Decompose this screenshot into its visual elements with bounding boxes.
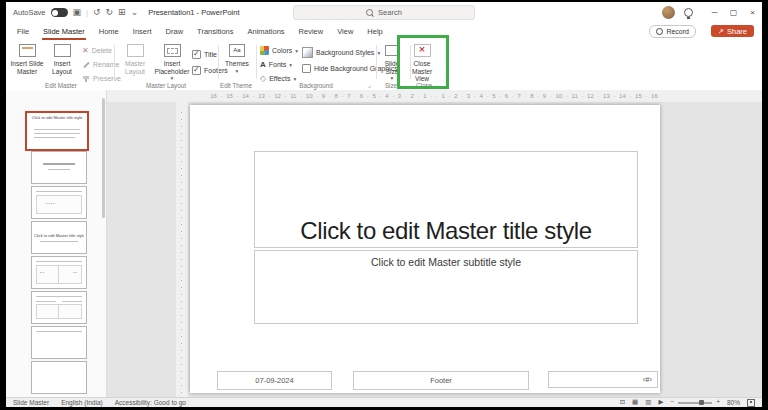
footer-text: Footer	[430, 376, 452, 385]
titlebar-right: ─ ▢ ×	[662, 2, 762, 23]
master-layout-group-label: Master Layout	[116, 82, 216, 89]
slide-thumbnail-blank[interactable]	[31, 361, 87, 394]
dialog-launcher-icon[interactable]: ⌟	[368, 81, 371, 88]
fonts-icon: A	[260, 61, 266, 69]
themes-button[interactable]: Aa Themes ▾	[222, 43, 252, 84]
status-bar: Slide Master English (India) Accessibili…	[6, 397, 762, 407]
tab-insert[interactable]: Insert	[126, 23, 159, 40]
autosave-toggle[interactable]	[51, 8, 68, 17]
master-layout-button[interactable]: Master Layout	[118, 43, 152, 84]
tab-draw[interactable]: Draw	[159, 23, 191, 40]
slide-number-placeholder[interactable]: ‹#›	[548, 371, 658, 388]
slide-thumbnail-section-header[interactable]: Click to edit Master title style	[31, 221, 87, 254]
fonts-button[interactable]: A Fonts ▾	[260, 58, 292, 71]
colors-button[interactable]: Colors ▾	[260, 44, 298, 57]
reading-view-icon[interactable]: ▥	[645, 399, 651, 406]
edit-theme-group-label: Edit Theme	[218, 82, 254, 89]
record-icon	[656, 28, 663, 35]
zoom-out-icon[interactable]: −	[670, 399, 674, 406]
language-indicator[interactable]: English (India)	[61, 399, 103, 406]
insert-layout-label: Insert Layout	[46, 60, 78, 75]
date-placeholder[interactable]: 07-09-2024	[217, 371, 332, 390]
record-button[interactable]: Record	[649, 25, 696, 38]
tab-review[interactable]: Review	[292, 23, 331, 40]
slide-thumbnail-panel: Click to edit Master title style ▪▪▪▪ Cl…	[6, 90, 107, 398]
insert-layout-icon	[54, 44, 71, 57]
separator: |	[86, 8, 88, 17]
tab-slide-master[interactable]: Slide Master	[36, 23, 92, 40]
delete-button[interactable]: ✕ Delete	[82, 44, 112, 57]
customize-toolbar-chevron-icon[interactable]: ⌄	[131, 8, 139, 17]
date-text: 07-09-2024	[255, 376, 293, 385]
screen: { "titlebar": { "autosave_label": "AutoS…	[0, 0, 768, 410]
user-avatar[interactable]	[662, 6, 675, 19]
master-layout-icon	[127, 44, 144, 57]
redo-icon[interactable]: ↻	[106, 8, 114, 17]
zoom-slider[interactable]	[678, 402, 712, 404]
chevron-down-icon: ▾	[289, 62, 292, 68]
slide-thumbnail-master[interactable]: Click to edit Master title style	[25, 111, 89, 151]
thumbnail-scrollbar[interactable]	[102, 98, 105, 218]
save-icon[interactable]: ▣	[73, 8, 82, 17]
colors-label: Colors	[272, 47, 292, 54]
tab-animations[interactable]: Animations	[240, 23, 291, 40]
zoom-slider-knob[interactable]	[699, 400, 704, 405]
search-icon	[366, 9, 373, 16]
slide-size-label: Slide Size	[378, 60, 406, 75]
tab-view[interactable]: View	[330, 23, 360, 40]
close-master-view-icon	[414, 44, 431, 57]
ruler-numbers: 16 · 15 · 14 · 13 · 12 · 11 · 10 · 9 · 8…	[106, 93, 762, 99]
insert-slide-master-label: Insert Slide Master	[10, 60, 44, 75]
slide-thumbnail-comparison[interactable]	[31, 291, 87, 324]
record-label: Record	[666, 28, 689, 35]
autosave-label: AutoSave	[13, 8, 46, 17]
share-button[interactable]: ↗ Share	[711, 25, 754, 37]
slide-thumbnail-title-only[interactable]	[31, 326, 87, 359]
insert-placeholder-button[interactable]: Insert Placeholder ▾	[154, 43, 190, 84]
share-icon: ↗	[718, 27, 724, 36]
title-placeholder[interactable]: Click to edit Master title style	[254, 151, 638, 248]
preserve-label: Preserve	[93, 75, 121, 82]
workspace: 16 · 15 · 14 · 13 · 12 · 11 · 10 · 9 · 8…	[6, 90, 762, 398]
document-title: Presentation1 - PowerPoint	[148, 8, 239, 17]
slide-sorter-icon[interactable]: ▦	[632, 399, 638, 406]
ribbon: Insert Slide Master Insert Layout ✕ Dele…	[6, 40, 762, 91]
subtitle-placeholder[interactable]: Click to edit Master subtitle style	[254, 250, 638, 324]
close-button[interactable]: ×	[743, 2, 762, 23]
undo-icon[interactable]: ↺	[93, 8, 101, 17]
zoom-percent[interactable]: 80%	[727, 399, 740, 406]
maximize-button[interactable]: ▢	[724, 2, 743, 23]
tab-transitions[interactable]: Transitions	[190, 23, 240, 40]
insert-slide-master-button[interactable]: Insert Slide Master	[10, 43, 44, 84]
chevron-down-icon: ▾	[236, 68, 239, 74]
tab-home[interactable]: Home	[92, 23, 126, 40]
slide-thumbnail-two-content[interactable]: ▪▪ ▪▪	[31, 256, 87, 289]
accessibility-status[interactable]: Accessibility: Good to go	[115, 399, 186, 406]
minimize-button[interactable]: ─	[705, 2, 724, 23]
zoom-in-icon[interactable]: +	[716, 399, 720, 406]
footer-placeholder[interactable]: Footer	[353, 371, 529, 390]
close-master-view-button[interactable]: Close Master View	[406, 43, 438, 84]
slide-thumbnail-layout-2[interactable]: ▪▪▪▪	[31, 186, 87, 219]
slide-thumbnail-title-layout[interactable]	[31, 151, 87, 184]
normal-view-icon[interactable]: ⊡	[620, 399, 625, 406]
tab-file[interactable]: File	[10, 23, 36, 40]
insert-placeholder-label: Insert Placeholder	[154, 60, 190, 75]
close-group-label: Close	[406, 82, 442, 89]
footers-checkbox-box	[192, 66, 201, 75]
tab-help[interactable]: Help	[360, 23, 389, 40]
fit-slide-to-window-icon[interactable]	[747, 399, 755, 407]
title-placeholder-text: Click to edit Master title style	[300, 217, 591, 247]
slide-canvas[interactable]: Click to edit Master title style Click t…	[190, 105, 660, 393]
lightbulb-icon[interactable]	[684, 8, 693, 17]
delete-label: Delete	[92, 47, 112, 54]
background-styles-button[interactable]: Background Styles ▾	[302, 46, 380, 59]
subtitle-placeholder-text: Click to edit Master subtitle style	[371, 256, 521, 268]
slide-size-button[interactable]: Slide Size ▾	[378, 43, 406, 84]
close-master-view-label: Close Master View	[406, 60, 438, 83]
insert-layout-button[interactable]: Insert Layout	[46, 43, 78, 84]
grid-icon[interactable]: ⊞	[118, 8, 126, 17]
search-input[interactable]: Search	[293, 5, 475, 20]
title-checkbox[interactable]: Title	[192, 48, 217, 61]
slideshow-icon[interactable]: ▶	[658, 399, 663, 406]
